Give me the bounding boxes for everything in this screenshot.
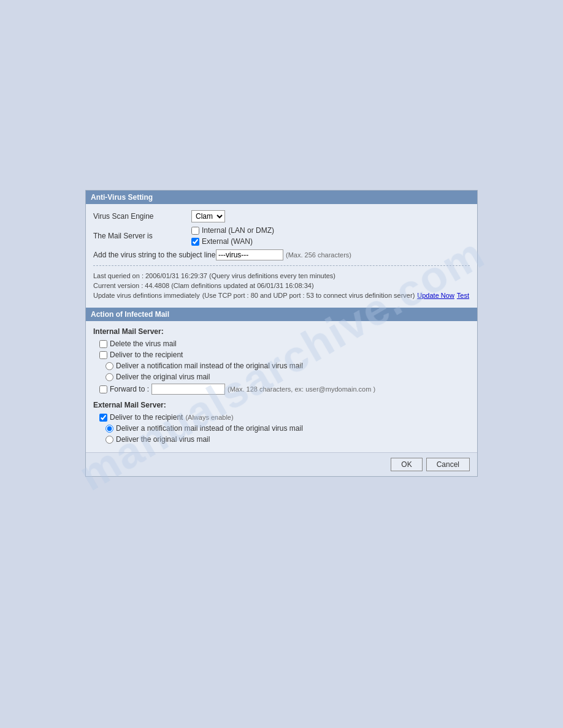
ext-deliver-notification-row: Deliver a notification mail instead of t… (105, 424, 470, 433)
forward-label: Forward to : (110, 385, 149, 393)
ext-deliver-recipient-row: Deliver to the recipient (Always enable) (99, 413, 470, 422)
action-section-header: Action of Infected Mail (86, 308, 477, 321)
deliver-original-radio[interactable] (105, 373, 113, 381)
update-now-link[interactable]: Update Now (417, 292, 454, 299)
update-hint: (Use TCP port : 80 and UDP port : 53 to … (202, 292, 415, 299)
external-checkbox[interactable] (191, 238, 199, 246)
current-version-text: Current version : 44.4808 (Clam definiti… (93, 281, 470, 290)
ext-deliver-notification-radio[interactable] (105, 425, 113, 433)
external-server-label: External Mail Server: (93, 401, 470, 409)
ext-deliver-notification-label: Deliver a notification mail instead of t… (116, 424, 303, 433)
external-server-section: External Mail Server: Deliver to the rec… (93, 401, 470, 444)
mail-server-options: Internal (LAN or DMZ) External (WAN) (191, 226, 274, 246)
virus-scan-engine-select[interactable]: Clam (191, 210, 225, 222)
ok-button[interactable]: OK (391, 458, 422, 471)
separator-1 (93, 265, 470, 266)
main-panel: Anti-Virus Setting Virus Scan Engine Cla… (85, 190, 478, 477)
last-queried-text: Last queried on : 2006/01/31 16:29:37 (Q… (93, 271, 470, 281)
deliver-original-row: Deliver the original virus mail (105, 373, 470, 381)
deliver-notification-radio[interactable] (105, 362, 113, 370)
delete-virus-label: Delete the virus mail (110, 339, 177, 348)
deliver-recipient-checkbox[interactable] (99, 351, 107, 359)
forward-checkbox[interactable] (99, 385, 107, 393)
forward-hint: (Max. 128 characters, ex: user@mydomain.… (228, 385, 375, 393)
antivirus-section-body: Virus Scan Engine Clam The Mail Server i… (86, 204, 477, 306)
deliver-recipient-row: Deliver to the recipient (99, 351, 470, 359)
ext-deliver-recipient-checkbox[interactable] (99, 414, 107, 422)
action-title: Action of Infected Mail (91, 310, 169, 319)
internal-label: Internal (LAN or DMZ) (202, 226, 274, 235)
ext-deliver-recipient-note: (Always enable) (185, 414, 233, 421)
antivirus-title: Anti-Virus Setting (91, 193, 153, 202)
test-link[interactable]: Test (457, 292, 469, 299)
ext-deliver-original-radio[interactable] (105, 436, 113, 444)
subject-line-row: Add the virus string to the subject line… (93, 249, 470, 260)
delete-virus-row: Delete the virus mail (99, 339, 470, 348)
forward-row: Forward to : (Max. 128 characters, ex: u… (99, 384, 470, 395)
deliver-original-label: Deliver the original virus mail (116, 373, 210, 381)
deliver-notification-label: Deliver a notification mail instead of t… (116, 362, 303, 370)
ext-deliver-original-label: Deliver the original virus mail (116, 435, 210, 444)
delete-virus-checkbox[interactable] (99, 340, 107, 348)
mail-server-label: The Mail Server is (93, 232, 191, 240)
update-row: Update virus defintions immediately (Use… (93, 290, 470, 300)
update-label: Update virus defintions immediately (93, 292, 200, 299)
deliver-notification-row: Deliver a notification mail instead of t… (105, 362, 470, 370)
internal-checkbox[interactable] (191, 227, 199, 235)
ext-deliver-original-row: Deliver the original virus mail (105, 435, 470, 444)
subject-line-hint: (Max. 256 characters) (286, 251, 351, 259)
subject-line-input[interactable] (216, 249, 283, 260)
forward-input[interactable] (151, 384, 225, 395)
mail-server-row: The Mail Server is Internal (LAN or DMZ)… (93, 226, 470, 246)
internal-server-label: Internal Mail Server: (93, 327, 470, 336)
cancel-button[interactable]: Cancel (426, 458, 470, 471)
deliver-recipient-label: Deliver to the recipient (110, 351, 183, 359)
virus-scan-engine-label: Virus Scan Engine (93, 212, 191, 221)
external-label: External (WAN) (202, 237, 253, 246)
action-section-body: Internal Mail Server: Delete the virus m… (86, 321, 477, 452)
virus-scan-engine-row: Virus Scan Engine Clam (93, 210, 470, 222)
ext-deliver-recipient-label: Deliver to the recipient (110, 413, 183, 422)
button-row: OK Cancel (86, 452, 477, 476)
subject-line-label: Add the virus string to the subject line (93, 251, 216, 259)
antivirus-section-header: Anti-Virus Setting (86, 191, 477, 204)
